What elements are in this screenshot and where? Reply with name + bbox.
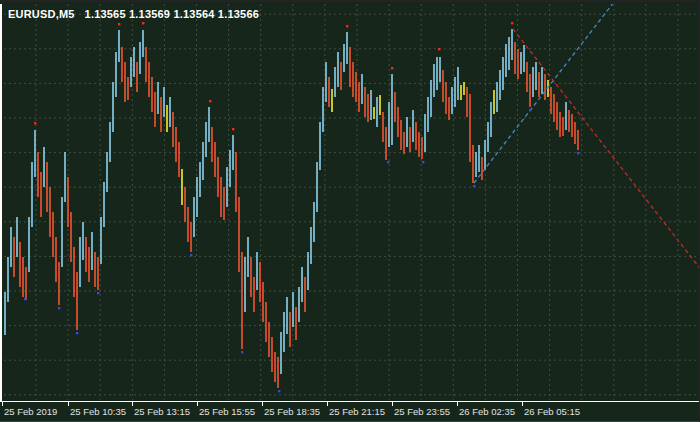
- candle: [160, 97, 162, 132]
- candle: [406, 117, 408, 147]
- candle: [235, 152, 237, 212]
- candle: [292, 292, 294, 327]
- candle: [85, 237, 87, 272]
- candle: [40, 172, 42, 217]
- candle: [166, 105, 168, 132]
- chart-area[interactable]: EURUSD,M51.13565 1.13569 1.13564 1.13566: [0, 4, 699, 401]
- candle: [472, 145, 474, 183]
- candle: [505, 44, 507, 77]
- candle: [391, 74, 393, 145]
- candle: [571, 114, 573, 137]
- time-axis-tick: [327, 402, 328, 406]
- time-axis-label: 25 Feb 10:35: [70, 406, 126, 417]
- candle: [451, 87, 453, 114]
- candle: [169, 97, 171, 127]
- candle: [67, 177, 69, 227]
- fractal-up-dot: [511, 22, 513, 24]
- time-axis-label: 25 Feb 2019: [4, 406, 57, 417]
- candle: [448, 97, 450, 120]
- candle: [325, 62, 327, 102]
- candle: [49, 187, 51, 237]
- resistance-trendline[interactable]: [513, 29, 700, 271]
- candle: [16, 217, 18, 257]
- candle: [574, 122, 576, 144]
- fractal-up-dot: [391, 67, 393, 69]
- candle: [22, 257, 24, 297]
- fractal-down-dot: [24, 298, 26, 300]
- candle: [373, 107, 375, 119]
- candle: [265, 302, 267, 342]
- candle: [142, 30, 144, 57]
- fractal-up-dot: [438, 48, 440, 50]
- candle: [208, 107, 210, 142]
- candle: [310, 227, 312, 264]
- candle: [196, 177, 198, 217]
- time-axis-tick: [262, 402, 263, 406]
- price-chart-canvas[interactable]: [2, 4, 700, 401]
- candle: [211, 127, 213, 162]
- candle: [349, 47, 351, 87]
- candle: [232, 135, 234, 170]
- candle: [415, 122, 417, 150]
- candle: [400, 120, 402, 150]
- candle: [112, 82, 114, 132]
- candle: [139, 42, 141, 74]
- candle: [439, 57, 441, 82]
- time-axis-tick: [522, 402, 523, 406]
- candle: [250, 257, 252, 297]
- candle: [280, 332, 282, 374]
- candle: [457, 67, 459, 100]
- time-axis-label: 26 Feb 05:15: [524, 406, 580, 417]
- candle: [82, 222, 84, 260]
- candle: [52, 212, 54, 257]
- fractals-layer: [24, 22, 579, 392]
- candle: [556, 102, 558, 130]
- candle: [559, 112, 561, 137]
- candle: [331, 89, 333, 112]
- candle: [10, 227, 12, 267]
- candle: [418, 132, 420, 157]
- candle: [199, 162, 201, 197]
- time-axis-tick: [2, 402, 3, 406]
- candle: [154, 92, 156, 127]
- candle: [304, 277, 306, 312]
- time-axis[interactable]: 25 Feb 201925 Feb 10:3525 Feb 13:1525 Fe…: [0, 402, 700, 421]
- grid-layer: [4, 4, 700, 400]
- candle: [487, 122, 489, 152]
- candle: [253, 277, 255, 312]
- candle: [202, 142, 204, 180]
- candle: [124, 62, 126, 102]
- candle: [469, 94, 471, 162]
- candle: [550, 87, 552, 114]
- candle: [31, 162, 33, 227]
- fractal-up-dot: [142, 22, 144, 24]
- candle: [13, 237, 15, 277]
- candle: [43, 147, 45, 187]
- candle: [460, 85, 462, 100]
- fractal-down-dot: [241, 351, 243, 353]
- time-axis-tick: [197, 402, 198, 406]
- candle: [229, 150, 231, 187]
- support-trendline[interactable]: [474, 4, 614, 183]
- fractal-down-dot: [422, 161, 424, 163]
- candle: [181, 169, 183, 205]
- candle: [337, 52, 339, 87]
- candle: [34, 130, 36, 177]
- time-axis-tick: [392, 402, 393, 406]
- candle: [148, 62, 150, 97]
- candle: [316, 162, 318, 212]
- candle: [526, 62, 528, 92]
- candle: [133, 47, 135, 77]
- candle: [238, 197, 240, 272]
- candle: [103, 182, 105, 227]
- candle: [76, 272, 78, 330]
- candle: [523, 45, 525, 72]
- candle: [28, 217, 30, 272]
- candle: [121, 47, 123, 82]
- candle: [295, 307, 297, 340]
- candle: [4, 292, 6, 335]
- candle: [283, 312, 285, 352]
- time-axis-tick: [132, 402, 133, 406]
- candle: [289, 312, 291, 347]
- candle: [355, 72, 357, 102]
